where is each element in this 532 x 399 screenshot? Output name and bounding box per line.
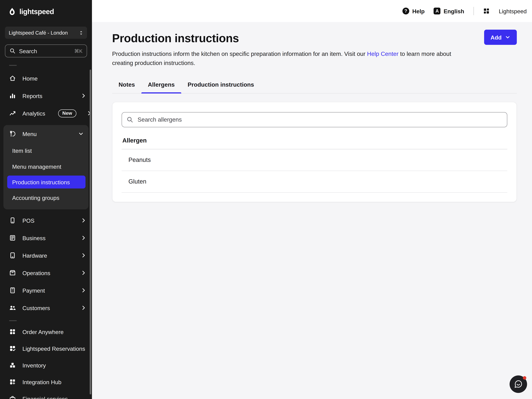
account-name[interactable]: Lightspeed [499, 8, 527, 14]
chevron-right-icon [81, 287, 87, 293]
tabs: Notes Allergens Production instructions [112, 77, 517, 94]
sidebar: lightspeed Lightspeed Café - London Sear… [0, 0, 92, 399]
sidebar-item-operations[interactable]: Operations [0, 264, 92, 282]
chevron-right-icon [81, 93, 87, 99]
chevron-right-icon [81, 252, 87, 258]
box-icon [9, 269, 16, 276]
sidebar-item-order-anywhere[interactable]: Order Anywhere [0, 323, 92, 340]
allergen-search-input[interactable] [122, 112, 507, 127]
chevron-right-icon [81, 235, 87, 241]
notification-dot [523, 376, 526, 380]
sidebar-item-hardware[interactable]: Hardware [0, 247, 92, 264]
lightspeed-wordmark: lightspeed [19, 8, 54, 16]
help-center-link[interactable]: Help Center [367, 51, 399, 57]
grid-check-icon [9, 345, 16, 352]
top-header: ? Help A English Lightspeed [92, 0, 532, 22]
sidebar-item-pos[interactable]: POS [0, 212, 92, 229]
tab-production-instructions[interactable]: Production instructions [181, 77, 260, 93]
workspace-selector[interactable]: Lightspeed Café - London [5, 27, 87, 39]
sidebar-divider [9, 65, 17, 66]
add-button[interactable]: Add [484, 30, 517, 45]
sidebar-item-integration-hub[interactable]: Integration Hub [0, 374, 92, 390]
line-chart-icon [9, 110, 16, 117]
sidebar-item-accounting-groups[interactable]: Accounting groups [3, 190, 89, 206]
home-icon [9, 75, 16, 82]
sidebar-item-financial-services[interactable]: Financial services [0, 390, 92, 399]
chevron-right-icon [81, 217, 87, 223]
lightspeed-logo[interactable]: lightspeed [0, 5, 92, 18]
sidebar-item-item-list[interactable]: Item list [3, 142, 89, 158]
briefcase-icon [9, 395, 16, 399]
search-shortcut: ⌘K [74, 48, 82, 54]
grid-icon [9, 328, 16, 335]
header-divider [473, 7, 474, 15]
sidebar-nav: Home Reports Analytics New [0, 70, 92, 399]
search-icon [127, 116, 133, 123]
people-icon [9, 304, 16, 311]
tab-notes[interactable]: Notes [112, 77, 141, 93]
chevron-right-icon [81, 305, 87, 311]
chat-icon [513, 379, 523, 389]
sidebar-item-payment[interactable]: Payment [0, 282, 92, 299]
help-label: Help [412, 8, 425, 14]
main-column: ? Help A English Lightspeed Production i… [92, 0, 532, 399]
sidebar-item-home[interactable]: Home [0, 70, 92, 87]
allergen-column-header: Allergen [122, 127, 507, 149]
page-title: Production instructions [112, 32, 517, 45]
document-icon [9, 234, 16, 241]
sidebar-item-lightspeed-reservations[interactable]: Lightspeed Reservations [0, 340, 92, 357]
integration-grid-icon [9, 379, 16, 385]
allergen-search [122, 112, 507, 127]
sidebar-item-production-instructions[interactable]: Production instructions [7, 176, 85, 189]
calculator-icon [9, 287, 16, 294]
language-icon: A [434, 8, 441, 14]
chat-fab[interactable] [510, 375, 527, 393]
tab-allergens[interactable]: Allergens [141, 77, 181, 93]
sidebar-item-menu-management[interactable]: Menu management [3, 158, 89, 174]
chevron-down-icon [78, 131, 84, 137]
lightspeed-flame-icon [8, 7, 17, 16]
help-icon: ? [402, 8, 409, 14]
sidebar-item-customers[interactable]: Customers [0, 299, 92, 317]
chevron-down-icon [505, 35, 510, 40]
page-description: Production instructions inform the kitch… [112, 49, 467, 68]
sidebar-item-menu[interactable]: Menu [3, 125, 89, 142]
sidebar-item-reports[interactable]: Reports [0, 87, 92, 104]
language-menu[interactable]: A English [434, 8, 464, 14]
allergens-card: Allergen Peanuts Gluten [112, 102, 517, 202]
new-badge: New [58, 109, 76, 117]
apps-grid-icon[interactable] [483, 8, 490, 14]
page-content: Production instructions Production instr… [92, 22, 532, 399]
sidebar-divider [9, 320, 17, 321]
workspace-name: Lightspeed Café - London [9, 30, 68, 36]
tablet-icon [9, 252, 16, 259]
sidebar-search[interactable]: Search ⌘K [5, 44, 87, 57]
bar-chart-icon [9, 92, 16, 99]
sidebar-item-inventory[interactable]: Inventory [0, 357, 92, 374]
sidebar-item-analytics[interactable]: Analytics New [0, 104, 92, 122]
allergen-row[interactable]: Peanuts [122, 149, 507, 171]
chevron-right-icon [81, 270, 87, 276]
sidebar-menu-group: Menu Item list Menu management Productio… [3, 125, 89, 209]
app-root: lightspeed Lightspeed Café - London Sear… [0, 0, 532, 399]
sidebar-search-label: Search [19, 48, 37, 54]
phone-icon [9, 217, 16, 224]
sort-chevrons-icon [78, 30, 84, 36]
sidebar-item-business[interactable]: Business [0, 229, 92, 247]
menu-fork-icon [9, 130, 16, 137]
help-menu[interactable]: ? Help [402, 8, 425, 14]
search-icon [9, 48, 16, 54]
sidebar-scrollbar[interactable] [90, 70, 91, 394]
boxes-icon [9, 362, 16, 369]
allergen-row[interactable]: Gluten [122, 171, 507, 193]
language-label: English [443, 8, 464, 14]
